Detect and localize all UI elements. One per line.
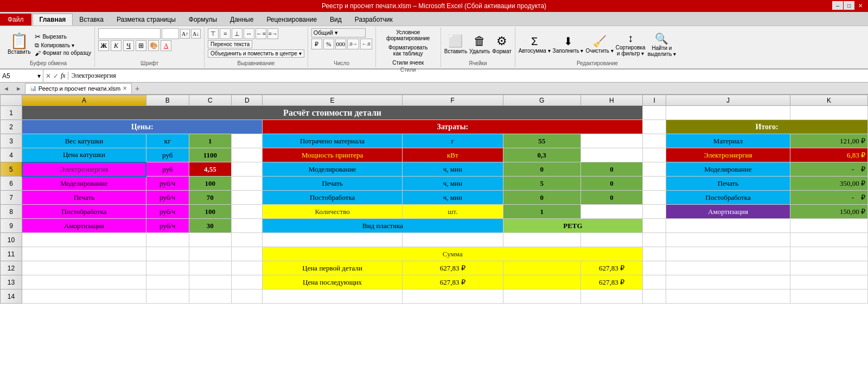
cell-e8[interactable]: Количество xyxy=(263,205,402,219)
cell-d14[interactable] xyxy=(232,289,263,304)
cell-e5[interactable]: Моделирование xyxy=(263,162,402,177)
cell-k6[interactable]: 350,00 ₽ xyxy=(790,177,867,191)
autosum-button[interactable]: ΣАвтосумма ▾ xyxy=(519,35,551,54)
cell-c10[interactable] xyxy=(189,233,232,247)
cell-i3[interactable] xyxy=(643,134,666,148)
cell-f10[interactable] xyxy=(402,233,503,247)
cell-k11[interactable] xyxy=(790,247,867,261)
cell-g3[interactable]: 55 xyxy=(503,134,580,148)
tab-insert[interactable]: Вставка xyxy=(73,14,110,26)
conditional-format-button[interactable]: Условноеформатирование xyxy=(385,28,431,42)
cell-k8[interactable]: 150,00 ₽ xyxy=(790,205,867,219)
row-header-6[interactable]: 6 xyxy=(1,177,22,191)
cell-f13[interactable]: 627,83 ₽ xyxy=(402,275,503,289)
cell-styles-button[interactable]: Стили ячеек xyxy=(391,59,425,67)
col-header-e[interactable]: E xyxy=(263,95,402,106)
cell-g13[interactable] xyxy=(503,275,580,289)
cell-k3[interactable]: 121,00 ₽ xyxy=(790,134,867,148)
cell-a6[interactable]: Моделирование xyxy=(22,177,146,191)
cell-e2[interactable]: Затраты: xyxy=(263,120,643,134)
row-header-8[interactable]: 8 xyxy=(1,205,22,219)
font-size-input[interactable]: 11 xyxy=(162,28,179,39)
row-header-13[interactable]: 13 xyxy=(1,275,22,289)
comma-button[interactable]: 000 xyxy=(335,39,346,49)
cell-k14[interactable] xyxy=(790,289,867,304)
cell-j8[interactable]: Амортизация xyxy=(666,205,790,219)
cell-b7[interactable]: руб/ч xyxy=(146,191,189,205)
cell-j6[interactable]: Печать xyxy=(666,177,790,191)
cell-h14[interactable] xyxy=(580,289,642,304)
cell-e10[interactable] xyxy=(263,233,402,247)
cell-f3[interactable]: г xyxy=(402,134,503,148)
cell-h8[interactable] xyxy=(580,205,642,219)
cell-c13[interactable] xyxy=(189,275,232,289)
borders-button[interactable]: ⊞ xyxy=(136,40,146,51)
cell-i1[interactable] xyxy=(643,106,666,120)
cell-b14[interactable] xyxy=(146,289,189,304)
cell-b4[interactable]: руб xyxy=(146,148,189,162)
cell-k10[interactable] xyxy=(790,233,867,247)
tab-home[interactable]: Главная xyxy=(33,14,73,26)
cell-i11[interactable] xyxy=(643,247,666,261)
cell-d4[interactable] xyxy=(232,148,263,162)
increase-font-button[interactable]: A↑ xyxy=(180,29,190,39)
cell-f8[interactable]: шт. xyxy=(402,205,503,219)
cell-a13[interactable] xyxy=(22,275,146,289)
cell-c6[interactable]: 100 xyxy=(189,177,232,191)
insert-cells-button[interactable]: ⬜Вставить xyxy=(444,34,467,54)
cell-c9[interactable]: 30 xyxy=(189,219,232,233)
cell-a5[interactable]: Электроэнергия xyxy=(22,162,146,177)
cell-c4[interactable]: 1100 xyxy=(189,148,232,162)
cell-d5[interactable] xyxy=(232,162,263,177)
cell-a10[interactable] xyxy=(22,233,146,247)
cell-d9[interactable] xyxy=(232,219,263,233)
cell-k1[interactable] xyxy=(790,106,867,120)
row-header-3[interactable]: 3 xyxy=(1,134,22,148)
format-cells-button[interactable]: ⚙Формат xyxy=(492,34,512,54)
cell-g4[interactable]: 0,3 xyxy=(503,148,580,162)
cell-e3[interactable]: Потрачено материала xyxy=(263,134,402,148)
copy-button[interactable]: ⧉ Копировать ▾ xyxy=(35,42,91,49)
tab-file[interactable]: Файл xyxy=(0,14,31,26)
row-header-14[interactable]: 14 xyxy=(1,289,22,304)
tab-formulas[interactable]: Формулы xyxy=(182,14,224,26)
cell-h6[interactable]: 0 xyxy=(580,177,642,191)
cell-i4[interactable] xyxy=(643,148,666,162)
cell-e11[interactable]: Сумма xyxy=(263,247,643,261)
tab-developer[interactable]: Разработчик xyxy=(348,14,399,26)
cell-e13[interactable]: Цена последующих xyxy=(263,275,402,289)
underline-button[interactable]: Ч xyxy=(123,40,134,51)
cell-k5[interactable]: - ₽ xyxy=(790,162,867,177)
cut-button[interactable]: ✂ Вырезать xyxy=(35,33,91,41)
cell-a14[interactable] xyxy=(22,289,146,304)
cell-g7[interactable]: 0 xyxy=(503,191,580,205)
bold-button[interactable]: Ж xyxy=(98,40,109,51)
cell-h10[interactable] xyxy=(580,233,642,247)
cell-a8[interactable]: Постобработка xyxy=(22,205,146,219)
cell-i5[interactable] xyxy=(643,162,666,177)
cell-k4[interactable]: 6,83 ₽ xyxy=(790,148,867,162)
col-header-g[interactable]: G xyxy=(503,95,580,106)
cell-j4[interactable]: Электроэнергия xyxy=(666,148,790,162)
row-header-7[interactable]: 7 xyxy=(1,191,22,205)
sheet-tab[interactable]: 📊 Реестр и просчет печати.xlsm ✕ xyxy=(25,83,132,94)
cell-g10[interactable] xyxy=(503,233,580,247)
cell-c5[interactable]: 4,55 xyxy=(189,162,232,177)
row-header-11[interactable]: 11 xyxy=(1,247,22,261)
cell-i8[interactable] xyxy=(643,205,666,219)
cell-g14[interactable] xyxy=(503,289,580,304)
cell-e6[interactable]: Печать xyxy=(263,177,402,191)
cell-reference-box[interactable]: A5 ▾ xyxy=(0,70,43,82)
cell-i6[interactable] xyxy=(643,177,666,191)
text-direction-button[interactable]: ↔ xyxy=(244,28,254,39)
row-header-10[interactable]: 10 xyxy=(1,233,22,247)
currency-button[interactable]: ₽ xyxy=(311,39,322,49)
cancel-icon[interactable]: ✕ xyxy=(46,72,51,80)
cell-j13[interactable] xyxy=(666,275,790,289)
cell-j5[interactable]: Моделирование xyxy=(666,162,790,177)
cell-b8[interactable]: руб/ч xyxy=(146,205,189,219)
tab-review[interactable]: Рецензирование xyxy=(260,14,323,26)
cell-j14[interactable] xyxy=(666,289,790,304)
cell-b13[interactable] xyxy=(146,275,189,289)
cell-a4[interactable]: Цена катушки xyxy=(22,148,146,162)
